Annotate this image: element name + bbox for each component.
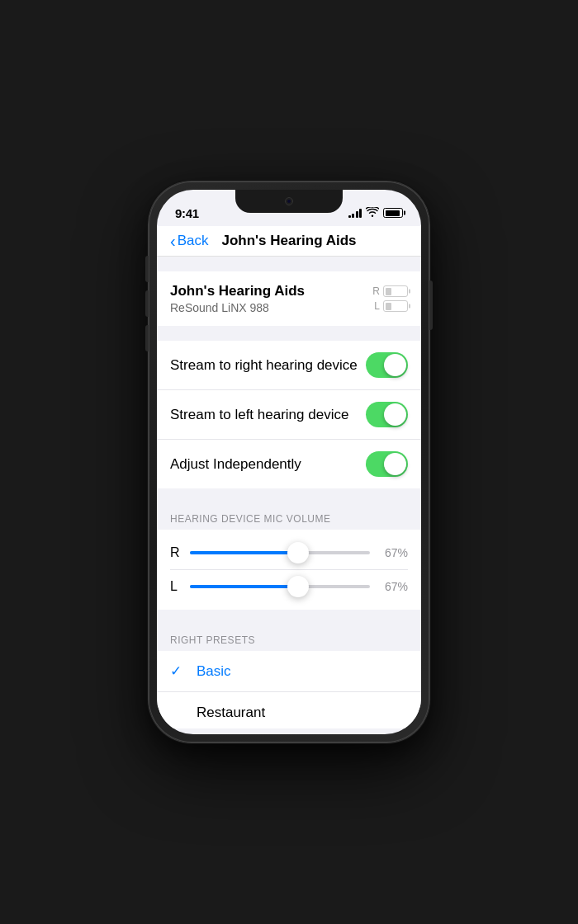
toggle-row-stream-right: Stream to right hearing device [157, 341, 421, 390]
toggle-section: Stream to right hearing device Stream to… [157, 341, 421, 488]
signal-bar-3 [356, 211, 358, 218]
preset-label-restaurant: Restaurant [197, 705, 265, 721]
presets-header-label: RIGHT PRESETS [170, 634, 255, 646]
signal-bar-1 [348, 215, 351, 218]
signal-bar-4 [359, 209, 362, 218]
toggle-switch-stream-right[interactable] [366, 352, 408, 378]
battery-row-r: R [372, 285, 408, 297]
signal-bars-icon [348, 208, 362, 218]
slider-track-fill-l [190, 585, 298, 588]
spacer-2 [157, 488, 421, 503]
toggle-label-adjust: Adjust Independently [170, 456, 301, 473]
toggle-label-stream-left: Stream to left hearing device [170, 407, 348, 423]
preset-label-basic: Basic [197, 663, 231, 680]
back-chevron-icon: ‹ [170, 232, 176, 251]
preset-row-basic[interactable]: ✓ Basic [157, 651, 421, 692]
battery-label-l: L [374, 300, 380, 312]
toggle-switch-stream-left[interactable] [366, 402, 408, 427]
back-label: Back [178, 233, 209, 249]
slider-track-r[interactable] [190, 544, 370, 561]
front-camera [285, 197, 293, 205]
phone-screen: 9:41 [157, 190, 421, 734]
slider-value-l: 67% [378, 580, 408, 593]
toggle-switch-adjust[interactable] [366, 451, 408, 477]
battery-fill [386, 210, 400, 216]
slider-track-l[interactable] [190, 578, 370, 595]
device-name: John's Hearing Aids [170, 283, 305, 299]
spacer-1 [157, 326, 421, 341]
status-icons [348, 207, 404, 219]
toggle-knob-stream-right [384, 354, 406, 376]
slider-section: R 67% L 67% [157, 530, 421, 610]
slider-value-r: 67% [378, 546, 408, 559]
toggle-row-stream-left: Stream to left hearing device [157, 390, 421, 440]
slider-label-r: R [170, 545, 182, 560]
wifi-icon [366, 207, 379, 219]
device-model: ReSound LiNX 988 [170, 301, 305, 314]
back-button[interactable]: ‹ Back [170, 232, 208, 251]
toggle-knob-adjust [384, 453, 406, 475]
status-time: 9:41 [175, 206, 199, 220]
device-info: John's Hearing Aids ReSound LiNX 988 [170, 283, 305, 314]
preset-row-restaurant[interactable]: ✓ Restaurant [157, 692, 421, 728]
slider-thumb-l[interactable] [287, 576, 309, 597]
phone-frame: 9:41 [149, 182, 429, 742]
slider-row-l: L 67% [170, 570, 408, 603]
slider-label-l: L [170, 579, 182, 594]
battery-label-r: R [372, 285, 380, 297]
nav-title: John's Hearing Aids [221, 233, 356, 249]
spacer-3 [157, 610, 421, 625]
battery-row-l: L [374, 300, 408, 312]
content-area: John's Hearing Aids ReSound LiNX 988 R L [157, 257, 421, 728]
mini-battery-r [383, 285, 408, 297]
notch [235, 190, 343, 213]
top-spacer [157, 257, 421, 271]
toggle-row-adjust: Adjust Independently [157, 440, 421, 488]
mini-battery-fill-r [386, 288, 392, 295]
signal-bar-2 [352, 214, 354, 218]
preset-checkmark-basic: ✓ [170, 662, 187, 680]
nav-bar: ‹ Back John's Hearing Aids [157, 226, 421, 257]
mini-battery-l [383, 300, 408, 312]
slider-section-header: HEARING DEVICE MIC VOLUME [157, 503, 421, 530]
slider-header-label: HEARING DEVICE MIC VOLUME [170, 513, 331, 525]
device-card: John's Hearing Aids ReSound LiNX 988 R L [157, 271, 421, 326]
battery-indicators: R L [372, 285, 408, 312]
presets-section: ✓ Basic ✓ Restaurant ✓ Outdoor ✓ Party [157, 651, 421, 728]
presets-section-header: RIGHT PRESETS [157, 625, 421, 651]
mini-battery-fill-l [386, 303, 392, 310]
toggle-knob-stream-left [384, 403, 406, 426]
battery-icon [383, 208, 403, 218]
slider-thumb-r[interactable] [287, 542, 309, 563]
toggle-label-stream-right: Stream to right hearing device [170, 357, 358, 374]
slider-track-fill-r [190, 551, 298, 554]
slider-row-r: R 67% [170, 536, 408, 570]
